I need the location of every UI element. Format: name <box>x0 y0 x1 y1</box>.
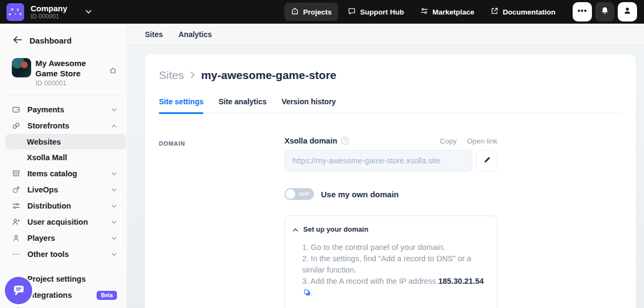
xsolla-domain-label: Xsolla domain <box>284 137 337 145</box>
chevron-right-icon <box>191 71 195 80</box>
chevron-up-icon <box>292 224 298 234</box>
beta-badge: Beta <box>97 291 117 300</box>
nav-documentation-label: Documentation <box>503 8 555 16</box>
subnav-sites[interactable]: Sites <box>145 30 163 39</box>
xsolla-domain-input[interactable] <box>284 150 472 171</box>
sidebar-item-payments[interactable]: Payments <box>0 102 127 118</box>
help-icon[interactable]: ? <box>341 137 349 145</box>
back-to-dashboard[interactable]: Dashboard <box>0 31 127 51</box>
sidebar: Dashboard My Awesome Game Store ID 00000… <box>0 24 127 308</box>
breadcrumb-sites[interactable]: Sites <box>159 69 184 82</box>
sidebar-item-players[interactable]: Players <box>0 230 127 246</box>
project-card[interactable]: My Awesome Game Store ID 000001 <box>0 51 127 87</box>
wallet-icon <box>12 105 21 114</box>
sidebar-item-label: Distribution <box>27 202 111 210</box>
chevron-down-icon <box>111 220 117 224</box>
nav-marketplace-label: Marketplace <box>433 8 474 16</box>
edit-domain-button[interactable] <box>476 150 497 171</box>
domain-section: DOMAIN Xsolla domain ? Copy Open link <box>159 137 622 308</box>
sidebar-item-label: Other tools <box>27 250 111 259</box>
breadcrumb: Sites my-awesome-game-store <box>159 69 622 82</box>
sidebar-item-xsolla-mall[interactable]: Xsolla Mall <box>0 149 127 166</box>
sidebar-item-distribution[interactable]: Distribution <box>0 198 127 214</box>
tab-site-analytics[interactable]: Site analytics <box>218 97 267 113</box>
user-icon <box>623 6 632 17</box>
chevron-down-icon <box>111 237 117 240</box>
setup-panel-header[interactable]: Set up your domain <box>292 224 488 234</box>
setup-step-3: 3. Add the A record with the IP address … <box>302 276 488 299</box>
sidebar-item-label: Payments <box>27 105 111 114</box>
topbar: ✕ ꜱ▲ ▪ ᴏ Company ID 000001 Projects Supp… <box>0 0 644 24</box>
pencil-icon <box>483 156 491 166</box>
nav-support-hub-button[interactable]: Support Hub <box>341 3 411 21</box>
dashboard-label: Dashboard <box>30 36 71 45</box>
sidebar-item-liveops[interactable]: LiveOps <box>0 182 127 198</box>
more-options-button[interactable]: ••• <box>573 2 592 22</box>
xsolla-logo-icon[interactable]: ✕ ꜱ▲ ▪ ᴏ <box>6 3 24 21</box>
setup-step-1: 1. Go to the control panel of your domai… <box>302 242 488 253</box>
nav-projects-button[interactable]: Projects <box>284 3 338 21</box>
user-plus-icon <box>12 218 21 226</box>
chevron-down-icon <box>111 172 117 176</box>
sidebar-item-user-acquisition[interactable]: User acquisition <box>0 214 127 230</box>
sidebar-item-label: LiveOps <box>27 185 111 194</box>
sidebar-item-label: Integrations <box>27 291 97 299</box>
tab-site-settings[interactable]: Site settings <box>159 97 203 113</box>
sidebar-item-websites[interactable]: Websites <box>5 134 126 149</box>
nav-marketplace-button[interactable]: Marketplace <box>414 3 481 21</box>
domain-section-label: DOMAIN <box>159 140 185 147</box>
open-link[interactable]: Open link <box>467 137 497 145</box>
nav-documentation-button[interactable]: Documentation <box>484 3 562 21</box>
project-id: ID 000001 <box>35 80 109 87</box>
company-switcher[interactable]: Company ID 000001 <box>31 4 67 20</box>
home-icon <box>291 7 299 17</box>
secondary-nav: Sites Analytics <box>127 24 644 45</box>
chevron-down-icon <box>111 108 117 112</box>
setup-steps: 1. Go to the control panel of your domai… <box>302 242 488 299</box>
sliders-icon <box>420 7 428 17</box>
sidebar-item-label: User acquisition <box>27 218 111 226</box>
main-area: Sites Analytics Sites my-awesome-game-st… <box>127 24 644 308</box>
own-domain-toggle-row: OFF Use my own domain <box>284 188 497 200</box>
archive-box-icon <box>12 169 21 178</box>
copy-icon[interactable] <box>304 288 311 299</box>
chevron-down-icon <box>111 188 117 192</box>
sidebar-item-label: Items catalog <box>27 169 111 178</box>
nav-support-hub-label: Support Hub <box>360 8 404 16</box>
own-domain-label: Use my own domain <box>321 190 399 199</box>
notifications-button[interactable] <box>595 2 614 22</box>
chevron-down-icon[interactable] <box>85 10 92 14</box>
tab-version-history[interactable]: Version history <box>282 97 336 113</box>
project-name: My Awesome Game Store <box>35 58 109 78</box>
chevron-down-icon <box>111 253 117 256</box>
sidebar-item-items-catalog[interactable]: Items catalog <box>0 166 127 182</box>
sidebar-item-label: Storefronts <box>27 121 111 130</box>
chevron-up-icon <box>111 124 117 128</box>
company-id: ID 000001 <box>31 13 67 20</box>
ellipsis-icon <box>12 250 21 259</box>
bell-icon <box>601 6 609 17</box>
link-icon <box>12 121 21 130</box>
account-button[interactable] <box>618 2 637 22</box>
setup-panel-title: Set up your domain <box>303 225 368 233</box>
copy-link[interactable]: Copy <box>440 137 457 145</box>
sidebar-item-label: Project settings <box>27 275 117 283</box>
sidebar-item-label: Xsolla Mall <box>27 153 117 162</box>
chat-bubble-icon <box>12 283 26 298</box>
sidebar-item-other-tools[interactable]: Other tools <box>0 246 127 262</box>
chat-fab-button[interactable] <box>5 277 32 304</box>
project-avatar <box>12 58 31 77</box>
external-link-icon <box>491 7 499 17</box>
sidebar-item-storefronts[interactable]: Storefronts <box>0 118 127 134</box>
site-settings-card: Sites my-awesome-game-store Site setting… <box>145 54 636 308</box>
arrow-left-icon <box>13 36 22 45</box>
toggle-knob <box>286 189 295 199</box>
user-icon <box>12 234 21 242</box>
sidebar-item-label: Players <box>27 234 111 242</box>
subnav-analytics[interactable]: Analytics <box>178 30 211 39</box>
company-name: Company <box>31 4 67 13</box>
own-domain-toggle[interactable]: OFF <box>284 188 314 200</box>
chat-bubble-icon <box>348 7 356 17</box>
ellipsis-icon: ••• <box>577 6 587 15</box>
home-icon <box>109 67 117 87</box>
